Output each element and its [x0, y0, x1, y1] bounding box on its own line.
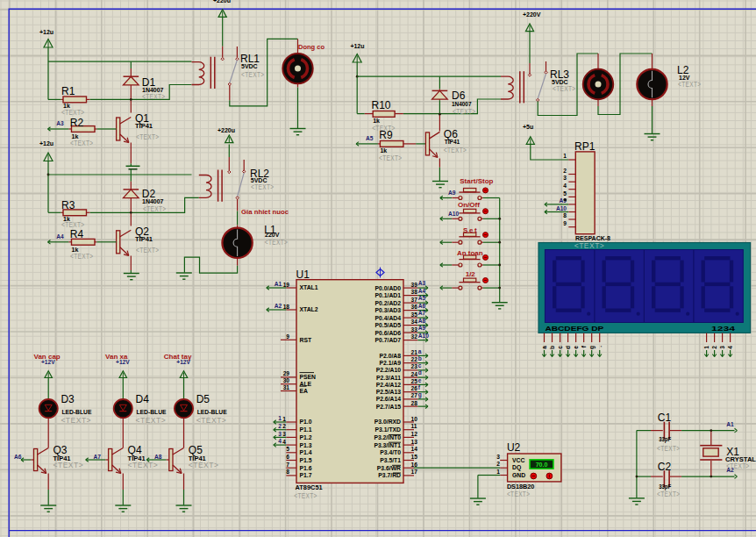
svg-text:<TEXT>: <TEXT>: [70, 252, 94, 261]
svg-text:P2.7/A15: P2.7/A15: [376, 404, 402, 410]
svg-text:P2.6/A14: P2.6/A14: [376, 396, 402, 402]
svg-text:26: 26: [411, 385, 418, 391]
svg-text:13: 13: [411, 439, 418, 445]
svg-text:33: 33: [411, 326, 418, 333]
svg-text:4: 4: [727, 346, 733, 349]
svg-text:R9: R9: [379, 129, 393, 141]
svg-text:<TEXT>: <TEXT>: [251, 183, 275, 191]
svg-text:P1.5: P1.5: [300, 457, 312, 463]
svg-text:1k: 1k: [380, 147, 387, 154]
svg-text:g: g: [588, 346, 596, 349]
svg-text:a: a: [418, 348, 422, 354]
svg-text:24: 24: [411, 371, 418, 377]
svg-text:+220V: +220V: [523, 11, 541, 18]
svg-text:<TEXT>: <TEXT>: [678, 80, 702, 89]
svg-text:P0.1/AD1: P0.1/AD1: [375, 292, 402, 298]
svg-text:A10: A10: [418, 333, 429, 339]
svg-text:4: 4: [282, 439, 286, 445]
svg-text:P2.0/A8: P2.0/A8: [379, 353, 401, 359]
svg-text:g: g: [418, 391, 422, 398]
svg-text:<TEXT>: <TEXT>: [136, 132, 160, 141]
svg-text:Gia nhiet nuoc: Gia nhiet nuoc: [241, 208, 289, 216]
svg-text:27: 27: [411, 392, 418, 398]
svg-text:P3.0/RXD: P3.0/RXD: [374, 419, 401, 425]
svg-text:ABCDEFG DP: ABCDEFG DP: [545, 325, 603, 333]
svg-text:LED-BLUE: LED-BLUE: [197, 409, 227, 415]
svg-text:2: 2: [563, 168, 567, 174]
svg-text:2: 2: [282, 423, 286, 429]
svg-text:3: 3: [719, 346, 725, 349]
svg-text:P2.3/A11: P2.3/A11: [376, 375, 401, 381]
svg-text:<TEXT>: <TEXT>: [726, 462, 750, 470]
svg-text:A4: A4: [418, 288, 426, 294]
svg-text:9: 9: [563, 220, 567, 226]
svg-text:33pF: 33pF: [659, 436, 672, 443]
svg-text:<TEXT>: <TEXT>: [70, 139, 94, 147]
svg-text:GND: GND: [512, 472, 525, 478]
svg-text:A3: A3: [56, 120, 64, 126]
svg-text:A5: A5: [366, 135, 374, 141]
svg-text:1: 1: [563, 153, 567, 159]
svg-text:P1.3: P1.3: [300, 442, 312, 448]
svg-text:D6: D6: [452, 90, 466, 102]
svg-text:C1: C1: [658, 412, 672, 424]
svg-text:3: 3: [496, 454, 500, 460]
svg-text:LED-BLUE: LED-BLUE: [137, 409, 167, 415]
svg-text:220V: 220V: [265, 232, 280, 238]
svg-text:A8: A8: [154, 454, 162, 460]
svg-text:<TEXT>: <TEXT>: [136, 416, 167, 425]
svg-text:1234: 1234: [711, 325, 736, 333]
svg-text:P3.5/T1: P3.5/T1: [380, 457, 401, 463]
svg-text:<TEXT>: <TEXT>: [657, 490, 681, 498]
svg-text:14: 14: [411, 446, 418, 452]
svg-text:TIP41: TIP41: [135, 123, 153, 129]
svg-text:A7: A7: [94, 454, 102, 460]
svg-text:TIP41: TIP41: [135, 236, 153, 242]
svg-text:P2.5/A13: P2.5/A13: [376, 389, 402, 395]
svg-text:<TEXT>: <TEXT>: [444, 146, 467, 154]
svg-text:R10: R10: [372, 99, 391, 111]
svg-text:31: 31: [283, 384, 290, 390]
svg-text:<TEXT>: <TEXT>: [196, 416, 227, 425]
svg-text:30: 30: [283, 377, 290, 383]
svg-text:25: 25: [411, 378, 418, 384]
svg-text:A8: A8: [418, 318, 426, 324]
svg-text:8: 8: [286, 469, 289, 475]
svg-text:10: 10: [411, 416, 418, 422]
svg-text:<TEXT>: <TEXT>: [294, 491, 317, 500]
svg-text:LED-BLUE: LED-BLUE: [61, 409, 91, 415]
svg-text:39: 39: [411, 282, 418, 288]
svg-text:P0.3/AD3: P0.3/AD3: [375, 307, 402, 313]
svg-text:R3: R3: [61, 199, 75, 211]
svg-text:U1: U1: [296, 268, 310, 281]
svg-text:A10: A10: [556, 205, 567, 211]
svg-text:d: d: [565, 346, 571, 349]
svg-text:+12u: +12u: [39, 29, 53, 35]
svg-text:DS18B20: DS18B20: [507, 483, 535, 490]
svg-text:A1: A1: [275, 281, 282, 287]
svg-text:70.0: 70.0: [536, 462, 548, 468]
svg-text:b: b: [549, 346, 555, 349]
svg-text:P3.4/T0: P3.4/T0: [380, 449, 401, 455]
svg-text:D4: D4: [136, 393, 150, 405]
svg-text:VCC: VCC: [512, 457, 524, 463]
svg-text:P0.6/AD6: P0.6/AD6: [375, 330, 402, 336]
svg-text:21: 21: [411, 349, 418, 355]
svg-text:P3.1/TXD: P3.1/TXD: [375, 426, 402, 433]
svg-text:A6: A6: [14, 454, 22, 460]
svg-text:An toan: An toan: [457, 249, 483, 257]
svg-text:11: 11: [411, 423, 417, 429]
svg-text:2: 2: [496, 461, 500, 467]
svg-text:2: 2: [711, 346, 717, 349]
svg-text:+220u: +220u: [213, 0, 231, 4]
svg-text:38: 38: [411, 289, 418, 295]
svg-text:P2.1/A9: P2.1/A9: [379, 360, 401, 366]
svg-text:P1.2: P1.2: [300, 434, 312, 440]
svg-text:22: 22: [411, 356, 418, 362]
svg-text:P0.0/AD0: P0.0/AD0: [375, 285, 402, 291]
svg-text:+12V: +12V: [176, 359, 190, 365]
svg-text:1k: 1k: [373, 118, 380, 124]
svg-text:23: 23: [411, 363, 418, 369]
svg-text:On/Off: On/Off: [458, 201, 480, 209]
svg-text:37: 37: [411, 297, 418, 303]
